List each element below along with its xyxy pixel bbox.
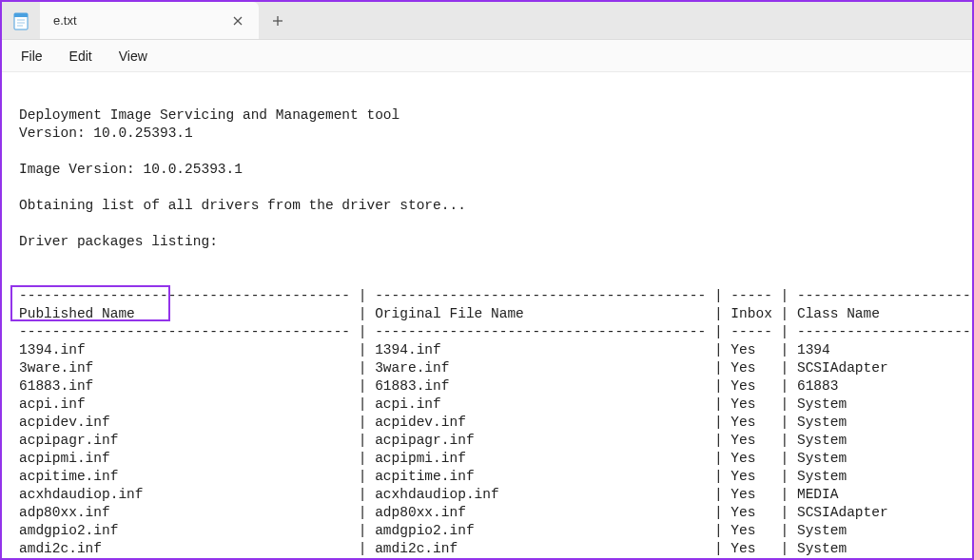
tab-close-button[interactable] <box>226 10 249 32</box>
tab-title: e.txt <box>53 13 77 28</box>
plus-icon <box>272 15 283 27</box>
titlebar: e.txt <box>2 2 972 40</box>
svg-rect-1 <box>14 13 28 17</box>
notepad-icon <box>13 11 29 30</box>
text-content[interactable]: Deployment Image Servicing and Managemen… <box>2 72 972 560</box>
file-tab[interactable]: e.txt <box>40 2 259 39</box>
table-data-rows: 1394.inf | 1394.inf | Yes | 1394 3ware.i… <box>19 342 974 560</box>
table-divider-bottom: ----------------------------------------… <box>19 324 974 339</box>
menu-view[interactable]: View <box>107 45 159 68</box>
menu-file[interactable]: File <box>10 45 54 68</box>
header-listing: Driver packages listing: <box>19 234 218 249</box>
close-icon <box>233 16 243 26</box>
menubar: File Edit View <box>2 40 972 72</box>
header-tool-name: Deployment Image Servicing and Managemen… <box>19 107 399 123</box>
header-obtaining: Obtaining list of all drivers from the d… <box>19 198 466 213</box>
header-version: Version: 10.0.25393.1 <box>19 126 193 141</box>
header-image-version: Image Version: 10.0.25393.1 <box>19 162 243 177</box>
new-tab-button[interactable] <box>259 2 297 39</box>
app-icon <box>2 2 40 39</box>
table-divider-top: ----------------------------------------… <box>19 288 974 303</box>
table-column-header: Published Name | Original File Name | In… <box>19 306 974 321</box>
menu-edit[interactable]: Edit <box>58 45 104 68</box>
